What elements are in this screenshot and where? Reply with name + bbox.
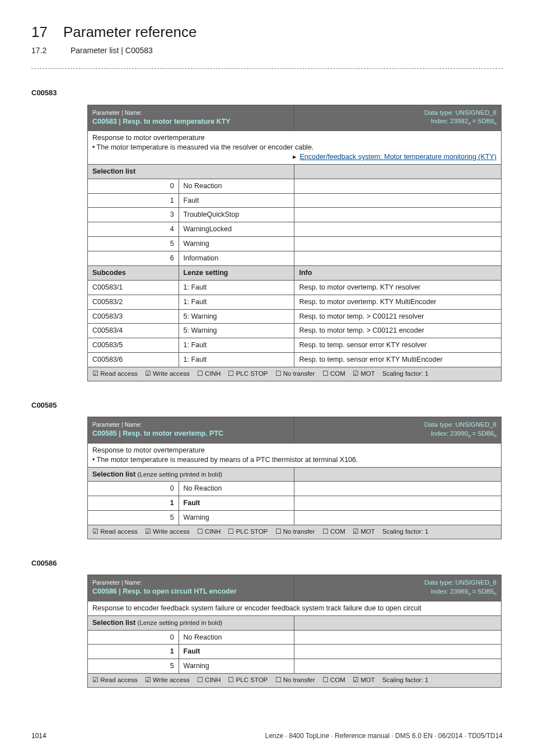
desc-row: Response to encoder feedback system fail… (88, 601, 502, 615)
page-number: 1014 (31, 731, 46, 740)
access-footer: ☑ Read access ☑ Write access ☐ CINH ☐ PL… (88, 525, 502, 539)
list-t: No Reaction (179, 482, 294, 496)
title-name: C00583 | Resp. to motor temperature KTY (92, 117, 289, 127)
list-row: 0No Reaction (88, 482, 502, 496)
write-access: ☑ Write access (145, 528, 190, 535)
footer-meta: Lenze · 8400 TopLine · Reference manual … (265, 731, 503, 740)
info: Resp. to temp. sensor error KTY MultiEnc… (294, 353, 502, 367)
list-n: 5 (88, 511, 179, 525)
subcodes-h-m: Lenze setting (179, 265, 294, 280)
setting: 5: Warning (179, 324, 294, 338)
read-access: ☑ Read access (92, 676, 138, 683)
type-line2: Index: 23989d = 5DB5h (431, 588, 496, 595)
info: Resp. to temp. sensor error KTY resolver (294, 338, 502, 353)
info: Resp. to motor temp. > C00121 resolver (294, 309, 502, 324)
title-row: Parameter | Name: C00586 | Resp. to open… (88, 575, 502, 601)
plc-stop: ☐ PLC STOP (228, 370, 268, 377)
list-t: Fault (179, 645, 294, 659)
desc-row: Response to motor overtemperature • The … (88, 131, 502, 165)
setting: 5: Warning (179, 309, 294, 324)
info: Resp. to motor overtemp. KTY resolver (294, 280, 502, 295)
dashed-rule (31, 68, 503, 69)
section-header: 17 Parameter reference (31, 22, 503, 42)
subcodes-h-r: Info (294, 265, 502, 280)
list-t: Warning (179, 659, 294, 674)
desc-2: • The motor temperature is measured by m… (92, 456, 358, 464)
type-line1: Data type: UNSIGNED_8 (424, 579, 496, 586)
title-top-label: Parameter | Name: (92, 578, 289, 586)
list-n: 3 (88, 208, 179, 222)
subsection-number: 17.2 (31, 45, 55, 56)
cinh: ☐ CINH (197, 528, 221, 535)
list-n: 1 (88, 645, 179, 659)
subcode: C00583/4 (88, 324, 179, 338)
desc-2: • The motor temperature is measured via … (92, 143, 313, 151)
list-row: 4WarningLocked (88, 222, 502, 237)
subcodes-h-l: Subcodes (88, 265, 179, 280)
table-row: C00583/61: FaultResp. to temp. sensor er… (88, 353, 502, 367)
section-title: Parameter reference (63, 22, 196, 42)
list-row: 1Fault (88, 193, 502, 208)
table-row: C00583/21: FaultResp. to motor overtemp.… (88, 295, 502, 309)
list-t: Warning (179, 511, 294, 525)
access-footer: ☑ Read access ☑ Write access ☐ CINH ☐ PL… (88, 674, 502, 688)
desc-1: Response to encoder feedback system fail… (92, 604, 421, 612)
param-table-c00585: Parameter | Name: C00585 | Resp. to moto… (87, 417, 502, 539)
info: Resp. to motor overtemp. KTY MultiEncode… (294, 295, 502, 309)
list-row: 0No Reaction (88, 179, 502, 193)
list-row: 5Warning (88, 511, 502, 525)
list-t: Fault (179, 496, 294, 511)
read-access: ☑ Read access (92, 528, 138, 535)
selection-list-header: Selection list (Lenze setting printed in… (88, 615, 502, 630)
page-footer: 1014 Lenze · 8400 TopLine · Reference ma… (31, 731, 503, 740)
list-n: 0 (88, 482, 179, 496)
list-t: WarningLocked (179, 222, 294, 237)
subsection-title: Parameter list | C00583 (71, 45, 153, 56)
read-access: ☑ Read access (92, 370, 138, 377)
write-access: ☑ Write access (145, 676, 190, 683)
list-row: 1Fault (88, 645, 502, 659)
mot: ☑ MOT (353, 676, 375, 683)
list-n: 1 (88, 496, 179, 511)
com: ☐ COM (322, 676, 345, 683)
list-t: No Reaction (179, 630, 294, 645)
list-row: 0No Reaction (88, 630, 502, 645)
list-row: 3TroubleQuickStop (88, 208, 502, 222)
type-line1: Data type: UNSIGNED_8 (424, 421, 496, 428)
type-line2: Index: 23990d = 5DB6h (431, 430, 496, 437)
selection-list-label: Selection list (88, 164, 294, 179)
cinh: ☐ CINH (197, 676, 221, 683)
selection-list-header: Selection list (88, 164, 502, 179)
param-id-c00585: C00585 (31, 400, 503, 410)
list-row: 5Warning (88, 659, 502, 674)
selection-list-label: Selection list (92, 470, 135, 478)
no-transfer: ☐ No transfer (275, 528, 315, 535)
setting: 1: Fault (179, 295, 294, 309)
list-row: 5Warning (88, 237, 502, 251)
kty-link[interactable]: Encoder/feedback system: Motor temperatu… (299, 153, 496, 161)
link-row: ▸ Encoder/feedback system: Motor tempera… (92, 152, 496, 162)
scaling: Scaling factor: 1 (382, 676, 428, 683)
write-access: ☑ Write access (145, 370, 190, 377)
title-row: Parameter | Name: C00585 | Resp. to moto… (88, 417, 502, 444)
desc-row: Response to motor overtemperature • The … (88, 443, 502, 467)
section-number: 17 (31, 22, 48, 42)
list-n: 4 (88, 222, 179, 237)
info: Resp. to motor temp. > C00121 encoder (294, 324, 502, 338)
setting: 1: Fault (179, 353, 294, 367)
list-row: 6Information (88, 251, 502, 266)
desc-1: Response to motor overtemperature (92, 134, 205, 142)
list-n: 5 (88, 237, 179, 251)
param-id-c00586: C00586 (31, 558, 503, 568)
scaling: Scaling factor: 1 (382, 370, 428, 377)
mot: ☑ MOT (353, 528, 375, 535)
subcode: C00583/1 (88, 280, 179, 295)
table-row: C00583/35: WarningResp. to motor temp. >… (88, 309, 502, 324)
type-line2: Index: 23992d = 5DB8h (431, 118, 496, 124)
subcodes-header: Subcodes Lenze setting Info (88, 265, 502, 280)
cinh: ☐ CINH (197, 370, 221, 377)
setting: 1: Fault (179, 280, 294, 295)
subcode: C00583/3 (88, 309, 179, 324)
triangle-icon: ▸ (293, 153, 297, 161)
access-footer: ☑ Read access ☑ Write access ☐ CINH ☐ PL… (88, 367, 502, 381)
